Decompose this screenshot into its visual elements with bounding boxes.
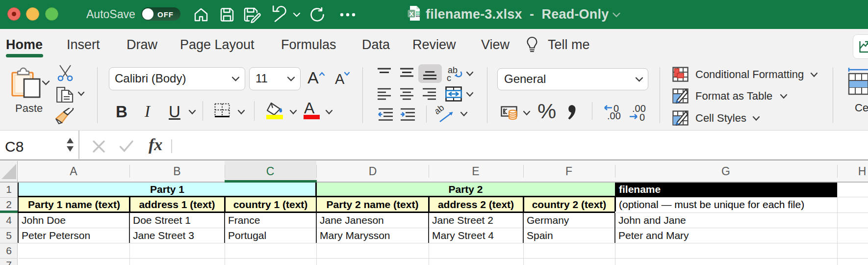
svg-text:ab: ab (435, 106, 446, 116)
svg-text:X: X (409, 10, 413, 18)
svg-text:c: c (447, 73, 451, 82)
